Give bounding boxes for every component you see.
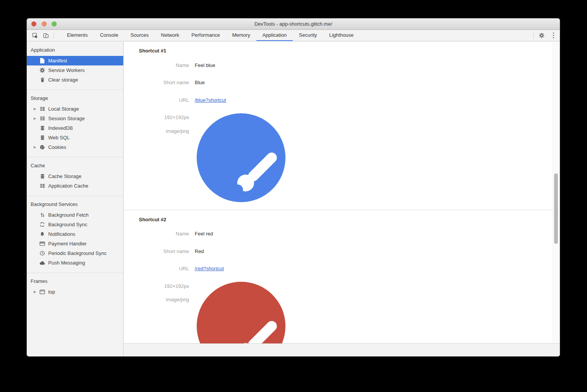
sidebar-item-label: Manifest bbox=[48, 58, 67, 64]
inspect-icon[interactable] bbox=[30, 30, 41, 41]
sidebar-item-local-storage[interactable]: ▶ Local Storage bbox=[27, 104, 123, 114]
tab-security[interactable]: Security bbox=[293, 30, 323, 41]
section-frames: Frames ▶ top bbox=[27, 273, 123, 302]
sidebar-item-label: Clear storage bbox=[48, 77, 78, 83]
icon-size-label: 192×192px bbox=[124, 283, 189, 289]
manifest-panel: Shortcut #1 NameFeel blue Short nameBlue… bbox=[124, 42, 560, 356]
up-down-arrows-icon bbox=[39, 212, 46, 218]
gear-icon bbox=[39, 67, 46, 74]
tab-performance[interactable]: Performance bbox=[185, 30, 226, 41]
field-label: Name bbox=[124, 62, 189, 68]
tab-elements[interactable]: Elements bbox=[61, 30, 94, 41]
sidebar-item-session-storage[interactable]: ▶ Session Storage bbox=[27, 114, 123, 123]
shortcut-section-title: Shortcut #1 bbox=[139, 48, 166, 54]
sidebar-item-label: top bbox=[48, 289, 55, 295]
sidebar-item-notifications[interactable]: Notifications bbox=[27, 229, 123, 239]
field-label: URL bbox=[124, 97, 189, 103]
sidebar-item-top-frame[interactable]: ▶ top bbox=[27, 287, 123, 297]
sidebar-item-label: Periodic Background Sync bbox=[48, 250, 106, 256]
shortcut-url-link[interactable]: /blue?shortcut bbox=[195, 97, 226, 103]
trash-icon bbox=[39, 77, 46, 83]
sidebar-item-service-workers[interactable]: Service Workers bbox=[27, 65, 123, 75]
sidebar-item-indexeddb[interactable]: IndexedDB bbox=[27, 123, 123, 133]
sidebar-item-background-sync[interactable]: Background Sync bbox=[27, 220, 123, 229]
expand-triangle-icon[interactable]: ▶ bbox=[34, 290, 39, 294]
sidebar-item-web-sql[interactable]: Web SQL bbox=[27, 133, 123, 142]
frame-icon bbox=[39, 289, 46, 295]
window-title: DevTools - app-shortcuts.glitch.me/ bbox=[27, 18, 560, 30]
title-bar: DevTools - app-shortcuts.glitch.me/ bbox=[27, 18, 560, 30]
sidebar-item-label: Payment Handler bbox=[48, 241, 86, 247]
section-header: Storage bbox=[27, 95, 123, 101]
cloud-icon bbox=[39, 260, 46, 266]
toolbar-separator bbox=[533, 32, 534, 39]
database-icon bbox=[39, 125, 46, 131]
card-icon bbox=[39, 241, 46, 247]
sidebar-item-label: Cookies bbox=[48, 144, 66, 150]
section-header: Frames bbox=[27, 278, 123, 284]
section-header: Application bbox=[27, 47, 123, 53]
devtools-toolbar: Elements Console Sources Network Perform… bbox=[27, 30, 560, 41]
tab-sources[interactable]: Sources bbox=[124, 30, 155, 41]
expand-triangle-icon[interactable]: ▶ bbox=[34, 107, 39, 111]
sidebar-item-clear-storage[interactable]: Clear storage bbox=[27, 75, 123, 85]
tab-network[interactable]: Network bbox=[155, 30, 186, 41]
sidebar-item-application-cache[interactable]: Application Cache bbox=[27, 181, 123, 191]
section-header: Background Services bbox=[27, 201, 123, 207]
tab-console[interactable]: Console bbox=[94, 30, 124, 41]
tab-application[interactable]: Application bbox=[256, 30, 293, 41]
icon-mime-label: image/png bbox=[124, 128, 189, 134]
section-storage: Storage ▶ Local Storage ▶ bbox=[27, 90, 123, 157]
sidebar-item-cookies[interactable]: ▶ Cookies bbox=[27, 142, 123, 152]
field-row-short-name: Short nameRed bbox=[124, 248, 204, 254]
field-row-size: 192×192px bbox=[124, 283, 195, 289]
sidebar-item-cache-storage[interactable]: Cache Storage bbox=[27, 172, 123, 181]
device-toolbar-icon[interactable] bbox=[41, 30, 51, 41]
shortcut-icon-preview-blue bbox=[197, 113, 285, 202]
icon-mime-label: image/png bbox=[124, 297, 189, 302]
field-label: Short name bbox=[124, 80, 189, 85]
tab-memory[interactable]: Memory bbox=[226, 30, 256, 41]
field-label: Name bbox=[124, 231, 189, 237]
field-row-url: URL/red?shortcut bbox=[124, 266, 224, 271]
sidebar-item-label: IndexedDB bbox=[48, 125, 73, 131]
sidebar-item-label: Notifications bbox=[48, 231, 75, 237]
bell-icon bbox=[39, 231, 46, 237]
section-background-services: Background Services Background Fetch bbox=[27, 196, 123, 273]
field-row-url: URL/blue?shortcut bbox=[124, 97, 226, 103]
expand-triangle-icon[interactable]: ▶ bbox=[34, 145, 39, 149]
vertical-scrollbar[interactable] bbox=[553, 42, 560, 343]
devtools-window: DevTools - app-shortcuts.glitch.me/ Elem… bbox=[27, 18, 560, 356]
sidebar-item-label: Cache Storage bbox=[48, 173, 82, 179]
sidebar-item-label: Background Fetch bbox=[48, 212, 89, 218]
table-icon bbox=[39, 106, 46, 112]
shortcut-section-title: Shortcut #2 bbox=[139, 217, 166, 222]
field-row-name: NameFeel red bbox=[124, 231, 213, 237]
settings-gear-icon[interactable] bbox=[536, 30, 547, 41]
shortcut-url-link[interactable]: /red?shortcut bbox=[195, 266, 224, 271]
sidebar-item-label: Push Messaging bbox=[48, 260, 85, 266]
field-value: Red bbox=[195, 248, 204, 254]
sidebar-item-push-messaging[interactable]: Push Messaging bbox=[27, 258, 123, 268]
shortcut-icon-preview-red bbox=[197, 282, 285, 343]
sidebar-item-periodic-background-sync[interactable]: Periodic Background Sync bbox=[27, 248, 123, 258]
sidebar-item-label: Application Cache bbox=[48, 183, 88, 189]
cookie-icon bbox=[39, 144, 46, 150]
scrollbar-thumb[interactable] bbox=[554, 173, 558, 244]
clock-icon bbox=[39, 250, 46, 256]
kebab-menu-icon[interactable] bbox=[547, 30, 560, 41]
expand-triangle-icon[interactable]: ▶ bbox=[34, 117, 39, 120]
field-row-mime: image/png bbox=[124, 128, 195, 134]
sidebar-item-manifest[interactable]: Manifest bbox=[27, 56, 123, 65]
section-cache: Cache Cache Storage bbox=[27, 157, 123, 196]
sidebar-item-label: Local Storage bbox=[48, 106, 79, 112]
sidebar-item-label: Service Workers bbox=[48, 67, 85, 73]
sidebar-item-payment-handler[interactable]: Payment Handler bbox=[27, 239, 123, 248]
application-sidebar: Application Manifest bbox=[27, 42, 124, 356]
field-row-mime: image/png bbox=[124, 297, 195, 302]
sidebar-item-background-fetch[interactable]: Background Fetch bbox=[27, 210, 123, 220]
tab-lighthouse[interactable]: Lighthouse bbox=[323, 30, 360, 41]
field-value: Blue bbox=[195, 80, 205, 85]
icon-size-label: 192×192px bbox=[124, 114, 189, 120]
sidebar-item-label: Session Storage bbox=[48, 116, 85, 121]
